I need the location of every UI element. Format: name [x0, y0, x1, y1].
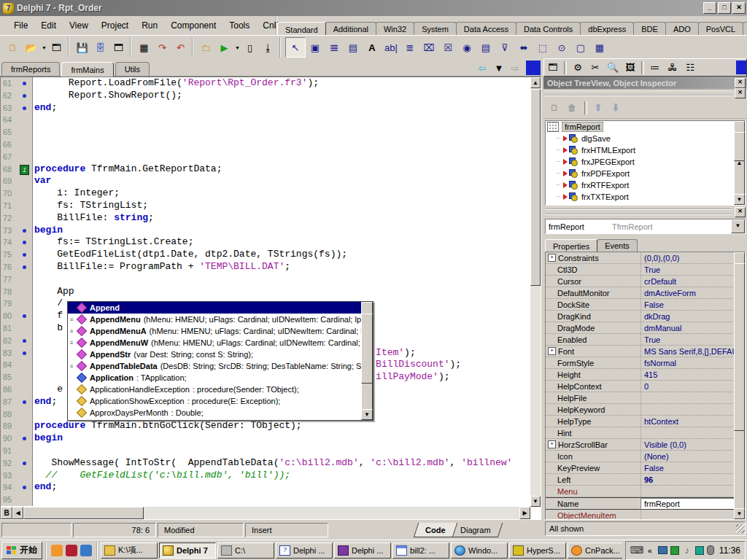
task-delphi[interactable]: Delphi 7 [159, 542, 216, 559]
code-line[interactable]: 63end; [1, 102, 530, 114]
completion-item[interactable]: AppendStr(var Dest: String; const S: Str… [68, 349, 373, 360]
code-line[interactable]: 681procedure TfrmMain.GetReportData; [1, 163, 530, 176]
property-row-helpkeyword[interactable]: HelpKeyword [546, 404, 745, 416]
property-row-cursor[interactable]: CursorcrDefault [546, 276, 745, 287]
code-line[interactable]: 65 [1, 126, 530, 139]
tree-item-dlgsave[interactable]: ┈dlgSave [546, 133, 745, 144]
popup-scrollbar[interactable]: ▲ ▼ [361, 302, 373, 420]
memo-icon[interactable]: ≣ [400, 38, 419, 57]
popup-menu-icon[interactable]: ▤ [344, 38, 363, 57]
property-list-icon[interactable]: ≔ [646, 61, 664, 75]
quicklaunch-cnpack-launcher-icon[interactable] [51, 545, 63, 556]
editor-tab-frmmains[interactable]: frmMains [61, 62, 113, 77]
open-button[interactable]: 📂 [23, 39, 39, 55]
toggle-form-unit-button[interactable]: ↶ [172, 39, 189, 55]
property-row-dragkind[interactable]: DragKinddkDrag [546, 311, 745, 322]
pause-button[interactable]: ▯ [241, 39, 258, 55]
inspector-scroll-down-icon[interactable]: ▼ [734, 508, 745, 519]
bottom-tab-code[interactable]: Code [414, 523, 457, 537]
keyboard-icon[interactable]: ⌨ [632, 545, 642, 556]
code-editor[interactable]: 61 Report.LoadFromFile('Report\Rpt_Order… [0, 77, 541, 520]
expand-icon[interactable]: + [548, 254, 556, 262]
add-file-to-project-button[interactable]: 🗀 [198, 39, 214, 55]
code-line[interactable]: 74 fs:= TStringList.Create; [1, 236, 530, 249]
tree-item-frxpdfexport[interactable]: ┈frxPDFExport [546, 168, 745, 179]
code-line[interactable]: 94end; [1, 481, 530, 494]
browser-toggle-button[interactable]: B [1, 507, 12, 519]
frames-icon[interactable]: ▣ [306, 38, 325, 57]
object-treeview[interactable]: frmReport┈dlgSave┈frxHTMLExport┈frxJPEGE… [545, 120, 746, 206]
dock-close-icon[interactable]: ✕ [735, 78, 746, 88]
task-scheduler-icon[interactable] [670, 546, 679, 555]
view-unit-button[interactable]: ▦ [136, 39, 152, 55]
inspector-scrollbar[interactable]: ▲ ▼ [734, 252, 745, 519]
group-box-icon[interactable]: ⬚ [533, 38, 552, 57]
scroll-left-icon[interactable]: ◀ [12, 507, 23, 519]
menu-project[interactable]: Project [95, 18, 135, 33]
task-media-player[interactable]: Windo... [451, 542, 508, 559]
scroll-up-icon[interactable]: ▲ [530, 77, 541, 88]
run-dropdown-icon[interactable]: ▼ [234, 45, 241, 50]
code-line[interactable]: 78 App [1, 286, 530, 298]
save-button[interactable]: 💾 [74, 39, 90, 55]
palette-tab-additional[interactable]: Additional [325, 22, 376, 35]
task-help[interactable]: ?Delphi ... [276, 542, 333, 559]
maximize-button[interactable]: □ [718, 2, 731, 14]
code-completion-popup[interactable]: Append≡AppendMenu(hMenu: HMENU; uFlags: … [67, 301, 374, 421]
code-line[interactable]: 90begin [1, 432, 530, 445]
browse-forward-icon[interactable]: ⇨ [507, 61, 523, 74]
property-row-helpcontext[interactable]: HelpContext0 [546, 381, 745, 392]
editor-horizontal-scrollbar[interactable]: B ◀ ▶ [1, 507, 530, 519]
label-icon[interactable]: A [363, 38, 382, 57]
remove-file-button[interactable]: 🗔 [48, 39, 65, 55]
resize-grip[interactable] [736, 524, 745, 533]
task-database[interactable]: bill2: ... [392, 542, 449, 559]
tree-item-frxtxtexport[interactable]: ┈frxTXTExport [546, 191, 745, 203]
button-icon[interactable]: ⌧ [419, 38, 438, 57]
palette-tab-dbexpress[interactable]: dbExpress [580, 22, 634, 35]
radio-group-icon[interactable]: ⊙ [552, 38, 571, 57]
palette-tab-ado[interactable]: ADO [665, 22, 699, 35]
property-row-formstyle[interactable]: FormStylefsNormal [546, 357, 745, 369]
menu-run[interactable]: Run [135, 18, 164, 33]
code-line[interactable]: 92 ShowMessage( IntToStr( AppendTableDat… [1, 457, 530, 470]
start-button[interactable]: 开始 [1, 542, 42, 559]
inspector-scroll-thumb[interactable] [734, 263, 745, 431]
property-row-dragmode[interactable]: DragModedmManual [546, 322, 745, 334]
treeview-grip[interactable]: ✕ [543, 89, 747, 97]
tree-item-frxhtmlexport[interactable]: ┈frxHTMLExport [546, 144, 745, 156]
code-line[interactable]: 72 BillFile: string; [1, 212, 530, 225]
task-drive[interactable]: C:\ [217, 542, 274, 559]
code-line[interactable]: 71 fs: TStringList; [1, 200, 530, 212]
property-row-name[interactable]: NamefrmReport [546, 497, 745, 510]
vertical-scroll-thumb[interactable] [530, 89, 541, 286]
task-folder[interactable]: K:\项... [101, 542, 158, 559]
property-row-left[interactable]: Left96 [546, 474, 745, 486]
property-row-defaultmonitor[interactable]: DefaultMonitordmActiveForm [546, 287, 745, 299]
scroll-down-icon[interactable]: ▼ [530, 496, 541, 507]
delete-item-icon[interactable]: 🗑 [564, 101, 580, 115]
code-line[interactable]: 76 BillFile:= ProgramPath + 'TEMP\BILL.D… [1, 261, 530, 273]
edit-icon[interactable]: ab| [382, 38, 400, 57]
menu-edit[interactable]: Edit [34, 18, 63, 33]
property-row-keypreview[interactable]: KeyPreviewFalse [546, 462, 745, 474]
code-line[interactable]: 75 GetEodFileList(dtp1.Date, dtp2.Date, … [1, 249, 530, 261]
property-row-objectmenuitem[interactable]: ObjectMenuItem [546, 510, 745, 520]
completion-item[interactable]: ApproxDaysPerMonth: Double; [68, 407, 373, 419]
component-wizard-icon[interactable]: ⚙ [569, 61, 587, 75]
minimize-button[interactable]: _ [703, 2, 716, 14]
open-project-button[interactable]: 🗖 [110, 39, 127, 55]
tree-scroll-thumb[interactable] [734, 132, 745, 161]
editor-tab-frmreports[interactable]: frmReports [1, 62, 60, 76]
code-line[interactable]: 64 [1, 114, 530, 126]
inspector-object-combo[interactable]: frmReport TfrmReport ▼ [545, 219, 746, 234]
completion-item[interactable]: ≡AppendMenuA(hMenu: HMENU; uFlags: Cardi… [68, 325, 373, 337]
code-line[interactable]: 61 Report.LoadFromFile('Report\Rpt_Order… [1, 77, 530, 90]
completion-item[interactable]: ≡AppendMenuW(hMenu: HMENU; uFlags: Cardi… [68, 337, 373, 349]
property-row-horzscrollbar[interactable]: +HorzScrollBarVisible (0,0) [546, 439, 745, 451]
close-button[interactable]: ✕ [732, 2, 746, 14]
scroll-bar-icon[interactable]: ⬌ [514, 38, 533, 57]
checklist-tool-icon[interactable]: ☷ [681, 61, 699, 75]
completion-item[interactable]: ApplicationHandleException: procedure(Se… [68, 384, 373, 395]
new-items-button[interactable]: 🗋 [4, 39, 21, 55]
